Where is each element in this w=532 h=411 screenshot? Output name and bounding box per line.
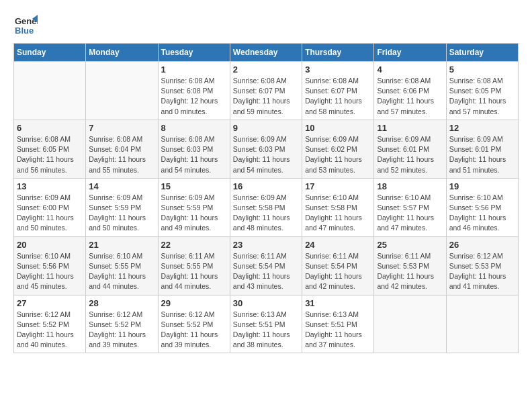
day-number: 24 [305, 240, 371, 250]
day-info: Sunrise: 6:09 AM Sunset: 6:01 PM Dayligh… [377, 134, 443, 175]
calendar-cell: 21Sunrise: 6:10 AM Sunset: 5:55 PM Dayli… [86, 236, 158, 295]
calendar-cell: 12Sunrise: 6:09 AM Sunset: 6:01 PM Dayli… [446, 120, 518, 178]
calendar-cell: 13Sunrise: 6:09 AM Sunset: 6:00 PM Dayli… [14, 178, 86, 236]
day-info: Sunrise: 6:09 AM Sunset: 5:59 PM Dayligh… [89, 193, 154, 234]
day-number: 14 [89, 181, 154, 191]
day-number: 11 [377, 123, 443, 133]
day-number: 17 [305, 181, 371, 191]
calendar-cell: 5Sunrise: 6:08 AM Sunset: 6:05 PM Daylig… [446, 62, 518, 120]
day-number: 15 [161, 181, 227, 191]
day-info: Sunrise: 6:11 AM Sunset: 5:55 PM Dayligh… [161, 251, 227, 292]
day-number: 27 [17, 298, 83, 308]
day-info: Sunrise: 6:12 AM Sunset: 5:52 PM Dayligh… [161, 310, 227, 351]
day-info: Sunrise: 6:08 AM Sunset: 6:03 PM Dayligh… [161, 134, 227, 175]
day-number: 10 [305, 123, 371, 133]
calendar-cell: 9Sunrise: 6:09 AM Sunset: 6:03 PM Daylig… [230, 120, 302, 178]
day-info: Sunrise: 6:08 AM Sunset: 6:07 PM Dayligh… [305, 76, 371, 117]
day-number: 19 [449, 181, 515, 191]
calendar-cell: 19Sunrise: 6:10 AM Sunset: 5:56 PM Dayli… [446, 178, 518, 236]
calendar-cell: 31Sunrise: 6:13 AM Sunset: 5:51 PM Dayli… [302, 295, 374, 353]
calendar-week-5: 27Sunrise: 6:12 AM Sunset: 5:52 PM Dayli… [14, 295, 519, 353]
day-info: Sunrise: 6:08 AM Sunset: 6:05 PM Dayligh… [17, 134, 83, 175]
day-number: 7 [89, 123, 154, 133]
calendar-cell: 26Sunrise: 6:12 AM Sunset: 5:53 PM Dayli… [446, 236, 518, 295]
day-number: 30 [233, 298, 299, 308]
calendar-week-1: 1Sunrise: 6:08 AM Sunset: 6:08 PM Daylig… [14, 62, 519, 120]
day-info: Sunrise: 6:09 AM Sunset: 5:58 PM Dayligh… [233, 193, 299, 234]
day-info: Sunrise: 6:11 AM Sunset: 5:54 PM Dayligh… [233, 251, 299, 292]
calendar-cell: 2Sunrise: 6:08 AM Sunset: 6:07 PM Daylig… [230, 62, 302, 120]
day-number: 1 [161, 64, 227, 75]
calendar-cell: 27Sunrise: 6:12 AM Sunset: 5:52 PM Dayli… [14, 295, 86, 353]
day-info: Sunrise: 6:12 AM Sunset: 5:52 PM Dayligh… [17, 310, 83, 351]
header-day-tuesday: Tuesday [158, 44, 230, 62]
day-info: Sunrise: 6:10 AM Sunset: 5:57 PM Dayligh… [377, 193, 443, 234]
day-info: Sunrise: 6:10 AM Sunset: 5:58 PM Dayligh… [305, 193, 371, 234]
calendar-week-3: 13Sunrise: 6:09 AM Sunset: 6:00 PM Dayli… [14, 178, 519, 236]
day-info: Sunrise: 6:09 AM Sunset: 6:03 PM Dayligh… [233, 134, 299, 175]
day-info: Sunrise: 6:10 AM Sunset: 5:56 PM Dayligh… [449, 193, 515, 234]
calendar-cell: 1Sunrise: 6:08 AM Sunset: 6:08 PM Daylig… [158, 62, 230, 120]
calendar-week-4: 20Sunrise: 6:10 AM Sunset: 5:56 PM Dayli… [14, 236, 519, 295]
header-day-wednesday: Wednesday [230, 44, 302, 62]
day-number: 3 [305, 64, 371, 75]
calendar-cell: 25Sunrise: 6:11 AM Sunset: 5:53 PM Dayli… [374, 236, 446, 295]
calendar-cell: 22Sunrise: 6:11 AM Sunset: 5:55 PM Dayli… [158, 236, 230, 295]
day-number: 9 [233, 123, 299, 133]
day-info: Sunrise: 6:13 AM Sunset: 5:51 PM Dayligh… [233, 310, 299, 351]
day-info: Sunrise: 6:10 AM Sunset: 5:55 PM Dayligh… [89, 251, 154, 292]
day-number: 28 [89, 298, 154, 308]
day-number: 13 [17, 181, 83, 191]
calendar-header-row: SundayMondayTuesdayWednesdayThursdayFrid… [14, 44, 519, 62]
day-number: 2 [233, 64, 299, 75]
day-number: 22 [161, 240, 227, 250]
calendar-cell: 8Sunrise: 6:08 AM Sunset: 6:03 PM Daylig… [158, 120, 230, 178]
calendar-cell [86, 62, 158, 120]
day-info: Sunrise: 6:08 AM Sunset: 6:08 PM Dayligh… [161, 76, 227, 117]
day-number: 31 [305, 298, 371, 308]
calendar-cell: 20Sunrise: 6:10 AM Sunset: 5:56 PM Dayli… [14, 236, 86, 295]
header-day-friday: Friday [374, 44, 446, 62]
day-number: 16 [233, 181, 299, 191]
logo-icon: General Blue [13, 13, 38, 38]
calendar-cell: 29Sunrise: 6:12 AM Sunset: 5:52 PM Dayli… [158, 295, 230, 353]
calendar-week-2: 6Sunrise: 6:08 AM Sunset: 6:05 PM Daylig… [14, 120, 519, 178]
day-number: 12 [449, 123, 515, 133]
calendar-cell: 14Sunrise: 6:09 AM Sunset: 5:59 PM Dayli… [86, 178, 158, 236]
day-number: 21 [89, 240, 154, 250]
day-info: Sunrise: 6:10 AM Sunset: 5:56 PM Dayligh… [17, 251, 83, 292]
day-info: Sunrise: 6:08 AM Sunset: 6:06 PM Dayligh… [377, 76, 443, 117]
day-number: 23 [233, 240, 299, 250]
calendar-cell: 3Sunrise: 6:08 AM Sunset: 6:07 PM Daylig… [302, 62, 374, 120]
day-info: Sunrise: 6:11 AM Sunset: 5:54 PM Dayligh… [305, 251, 371, 292]
calendar-cell: 24Sunrise: 6:11 AM Sunset: 5:54 PM Dayli… [302, 236, 374, 295]
day-number: 5 [449, 64, 515, 75]
svg-text:Blue: Blue [15, 26, 34, 36]
calendar-table: SundayMondayTuesdayWednesdayThursdayFrid… [13, 43, 519, 353]
day-number: 6 [17, 123, 83, 133]
calendar-cell [446, 295, 518, 353]
day-info: Sunrise: 6:08 AM Sunset: 6:07 PM Dayligh… [233, 76, 299, 117]
page: General Blue SundayMondayTuesdayWednesda… [0, 0, 532, 360]
logo: General Blue [13, 13, 40, 38]
day-info: Sunrise: 6:09 AM Sunset: 6:00 PM Dayligh… [17, 193, 83, 234]
calendar-cell: 16Sunrise: 6:09 AM Sunset: 5:58 PM Dayli… [230, 178, 302, 236]
calendar-cell [14, 62, 86, 120]
day-info: Sunrise: 6:09 AM Sunset: 6:02 PM Dayligh… [305, 134, 371, 175]
calendar-cell: 30Sunrise: 6:13 AM Sunset: 5:51 PM Dayli… [230, 295, 302, 353]
day-number: 25 [377, 240, 443, 250]
day-number: 4 [377, 64, 443, 75]
header-day-thursday: Thursday [302, 44, 374, 62]
day-number: 29 [161, 298, 227, 308]
calendar-cell: 23Sunrise: 6:11 AM Sunset: 5:54 PM Dayli… [230, 236, 302, 295]
day-number: 8 [161, 123, 227, 133]
day-info: Sunrise: 6:12 AM Sunset: 5:52 PM Dayligh… [89, 310, 154, 351]
calendar-cell: 11Sunrise: 6:09 AM Sunset: 6:01 PM Dayli… [374, 120, 446, 178]
header-row: General Blue [13, 13, 519, 38]
day-info: Sunrise: 6:09 AM Sunset: 5:59 PM Dayligh… [161, 193, 227, 234]
header-day-monday: Monday [86, 44, 158, 62]
day-number: 20 [17, 240, 83, 250]
header-day-sunday: Sunday [14, 44, 86, 62]
header-day-saturday: Saturday [446, 44, 518, 62]
calendar-cell: 28Sunrise: 6:12 AM Sunset: 5:52 PM Dayli… [86, 295, 158, 353]
